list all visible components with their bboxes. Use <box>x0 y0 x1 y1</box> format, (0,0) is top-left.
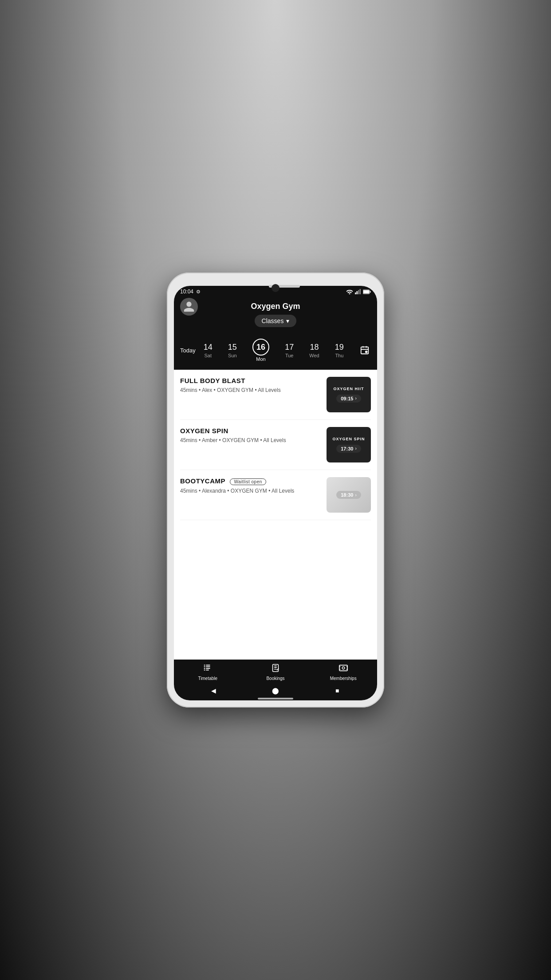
recents-button[interactable]: ■ <box>333 686 342 695</box>
nav-item-memberships[interactable]: Memberships <box>309 663 377 681</box>
gym-title: Oxygen Gym <box>251 302 300 311</box>
date-item-18[interactable]: 18 Wed <box>306 341 323 360</box>
bookings-label: Bookings <box>266 676 284 681</box>
phone-device: 10:04 ⚙ <box>167 273 384 707</box>
nav-item-timetable[interactable]: Timetable <box>174 663 242 681</box>
classes-label: Classes <box>262 317 284 324</box>
class-name-bootycamp: BOOTYCAMP Waitlist open <box>180 477 321 485</box>
nav-item-bookings[interactable]: Bookings <box>242 663 310 681</box>
time-text-bootycamp: 18:30 <box>341 492 353 498</box>
bookings-icon <box>271 663 280 675</box>
svg-rect-3 <box>360 289 361 294</box>
class-card-full-body-blast[interactable]: FULL BODY BLAST 45mins • Alex • OXYGEN G… <box>180 370 371 420</box>
date-bar: Today 14 Sat 15 Sun 16 Mon <box>174 332 377 370</box>
class-meta-full-body-blast: 45mins • Alex • OXYGEN GYM • All Levels <box>180 386 321 394</box>
svg-rect-2 <box>358 290 359 295</box>
header-row: Oxygen Gym <box>180 302 371 311</box>
thumb-label-full-body-blast: OXYGEN HIIT <box>333 387 364 392</box>
svg-rect-6 <box>370 291 371 292</box>
class-meta-bootycamp: 45mins • Alexandra • OXYGEN GYM • All Le… <box>180 487 321 495</box>
class-meta-oxygen-spin: 45mins • Amber • OXYGEN GYM • All Levels <box>180 436 321 444</box>
memberships-label: Memberships <box>330 676 357 681</box>
svg-rect-5 <box>363 290 369 293</box>
home-button[interactable]: ⬤ <box>271 686 280 695</box>
dates-row: 14 Sat 15 Sun 16 Mon 17 Tue <box>200 337 371 364</box>
date-item-17[interactable]: 17 Tue <box>281 341 297 360</box>
avatar[interactable] <box>180 298 198 316</box>
time-badge-bootycamp: 18:30 › <box>336 491 361 499</box>
chevron-down-icon: ▾ <box>286 317 289 324</box>
timetable-label: Timetable <box>198 676 218 681</box>
svg-rect-17 <box>206 668 210 669</box>
phone-screen: 10:04 ⚙ <box>174 286 377 700</box>
waitlist-badge: Waitlist open <box>230 478 266 485</box>
classes-dropdown[interactable]: Classes ▾ <box>255 315 297 327</box>
svg-rect-0 <box>355 292 356 294</box>
timetable-icon <box>203 663 213 675</box>
date-item-16[interactable]: 16 Mon <box>249 337 273 364</box>
person-icon <box>183 300 195 313</box>
time-badge-oxygen-spin: 17:30 › <box>336 445 361 453</box>
status-time: 10:04 <box>180 288 193 295</box>
battery-icon <box>363 289 371 294</box>
class-card-bootycamp[interactable]: BOOTYCAMP Waitlist open 45mins • Alexand… <box>180 470 371 520</box>
class-name-full-body-blast: FULL BODY BLAST <box>180 377 321 384</box>
settings-icon: ⚙ <box>196 289 201 295</box>
svg-rect-15 <box>206 666 210 667</box>
bottom-nav: Timetable Bookings <box>174 660 377 683</box>
status-right <box>346 289 371 294</box>
calendar-icon[interactable] <box>358 344 371 356</box>
date-item-15[interactable]: 15 Sun <box>224 341 240 360</box>
date-item-14[interactable]: 14 Sat <box>200 341 216 360</box>
svg-rect-12 <box>204 665 205 666</box>
class-thumb-bootycamp[interactable]: 18:30 › <box>327 477 371 513</box>
class-info-bootycamp: BOOTYCAMP Waitlist open 45mins • Alexand… <box>180 477 321 513</box>
wifi-icon <box>346 289 353 294</box>
camera <box>272 284 279 292</box>
svg-rect-7 <box>361 347 369 354</box>
class-thumb-oxygen-spin[interactable]: OXYGEN SPIN 17:30 › <box>327 427 371 462</box>
date-item-19[interactable]: 19 Thu <box>331 341 347 360</box>
class-name-oxygen-spin: OXYGEN SPIN <box>180 427 321 435</box>
svg-rect-21 <box>339 665 347 671</box>
svg-rect-16 <box>204 668 205 669</box>
svg-point-11 <box>366 351 367 353</box>
svg-rect-20 <box>273 664 279 672</box>
signal-icon <box>355 289 361 294</box>
app-header: Oxygen Gym Classes ▾ <box>174 297 377 332</box>
svg-rect-1 <box>357 291 358 294</box>
status-left: 10:04 ⚙ <box>180 288 201 295</box>
today-label: Today <box>180 347 196 354</box>
time-badge-full-body-blast: 09:15 › <box>336 395 361 403</box>
class-info-full-body-blast: FULL BODY BLAST 45mins • Alex • OXYGEN G… <box>180 377 321 412</box>
content-area: FULL BODY BLAST 45mins • Alex • OXYGEN G… <box>174 370 377 660</box>
class-card-oxygen-spin[interactable]: OXYGEN SPIN 45mins • Amber • OXYGEN GYM … <box>180 420 371 470</box>
class-info-oxygen-spin: OXYGEN SPIN 45mins • Amber • OXYGEN GYM … <box>180 427 321 462</box>
svg-rect-14 <box>204 666 205 667</box>
svg-point-22 <box>342 667 345 669</box>
svg-rect-13 <box>206 665 210 666</box>
back-button[interactable]: ◀ <box>209 686 218 695</box>
svg-rect-18 <box>204 670 205 671</box>
phone-bottom-bar <box>258 698 293 699</box>
memberships-icon <box>338 663 348 675</box>
class-thumb-full-body-blast[interactable]: OXYGEN HIIT 09:15 › <box>327 377 371 412</box>
thumb-label-oxygen-spin: OXYGEN SPIN <box>332 437 365 442</box>
svg-rect-19 <box>206 670 209 671</box>
